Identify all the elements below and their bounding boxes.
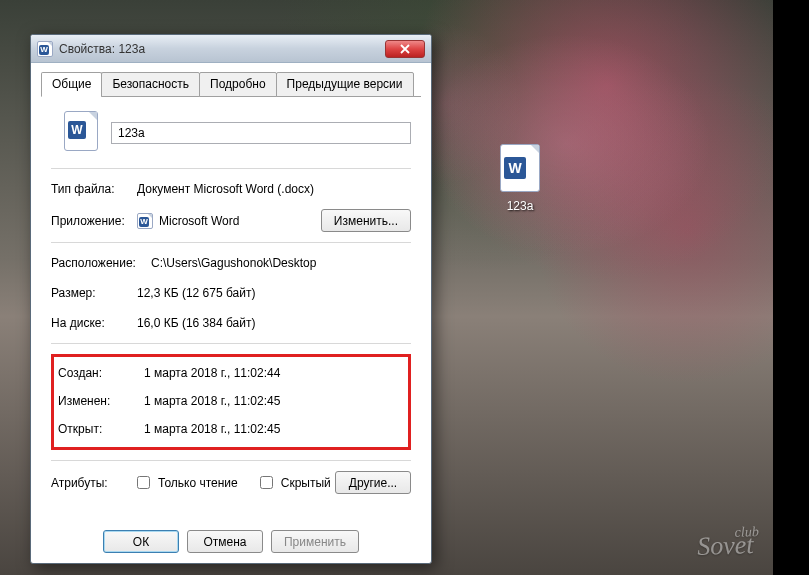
filetype-label: Тип файла: [51, 182, 137, 196]
word-document-icon [64, 111, 98, 151]
general-panel: Тип файла: Документ Microsoft Word (.doc… [41, 97, 421, 504]
divider [51, 460, 411, 461]
divider [51, 242, 411, 243]
size-value: 12,3 КБ (12 675 байт) [137, 286, 411, 300]
black-sidebar [773, 0, 809, 575]
tabs: Общие Безопасность Подробно Предыдущие в… [41, 71, 421, 97]
tab-security[interactable]: Безопасность [101, 72, 200, 97]
cancel-button[interactable]: Отмена [187, 530, 263, 553]
dialog-footer: ОК Отмена Применить [31, 530, 431, 553]
properties-dialog: Свойства: 123а Общие Безопасность Подроб… [30, 34, 432, 564]
hidden-checkbox-label[interactable]: Скрытый [260, 476, 331, 490]
accessed-label: Открыт: [58, 422, 144, 436]
apply-button[interactable]: Применить [271, 530, 359, 553]
tab-general[interactable]: Общие [41, 72, 102, 97]
divider [51, 168, 411, 169]
desktop-icon-label: 123а [484, 199, 556, 213]
word-document-icon [500, 144, 540, 192]
dates-highlight: Создан: 1 марта 2018 г., 11:02:44 Измене… [51, 354, 411, 450]
location-value: C:\Users\Gagushonok\Desktop [151, 256, 411, 270]
word-document-icon [37, 41, 53, 57]
modified-value: 1 марта 2018 г., 11:02:45 [144, 394, 404, 408]
application-label: Приложение: [51, 214, 137, 228]
hidden-checkbox[interactable] [260, 476, 273, 489]
accessed-value: 1 марта 2018 г., 11:02:45 [144, 422, 404, 436]
word-app-icon [137, 213, 153, 229]
window-title: Свойства: 123а [59, 42, 385, 56]
size-on-disk-value: 16,0 КБ (16 384 байт) [137, 316, 411, 330]
created-label: Создан: [58, 366, 144, 380]
titlebar[interactable]: Свойства: 123а [31, 35, 431, 63]
ok-button[interactable]: ОК [103, 530, 179, 553]
size-label: Размер: [51, 286, 137, 300]
created-value: 1 марта 2018 г., 11:02:44 [144, 366, 404, 380]
watermark: club Sovet [696, 524, 759, 562]
attributes-label: Атрибуты: [51, 476, 137, 490]
size-on-disk-label: На диске: [51, 316, 137, 330]
modified-label: Изменен: [58, 394, 144, 408]
location-label: Расположение: [51, 256, 151, 270]
close-button[interactable] [385, 40, 425, 58]
readonly-checkbox[interactable] [137, 476, 150, 489]
close-icon [400, 44, 410, 54]
filename-input[interactable] [111, 122, 411, 144]
tab-previous-versions[interactable]: Предыдущие версии [276, 72, 414, 97]
desktop-file-icon[interactable]: 123а [484, 144, 556, 213]
filetype-value: Документ Microsoft Word (.docx) [137, 182, 411, 196]
readonly-checkbox-label[interactable]: Только чтение [137, 476, 238, 490]
tab-details[interactable]: Подробно [199, 72, 277, 97]
other-attributes-button[interactable]: Другие... [335, 471, 411, 494]
change-app-button[interactable]: Изменить... [321, 209, 411, 232]
application-value: Microsoft Word [159, 214, 239, 228]
divider [51, 343, 411, 344]
